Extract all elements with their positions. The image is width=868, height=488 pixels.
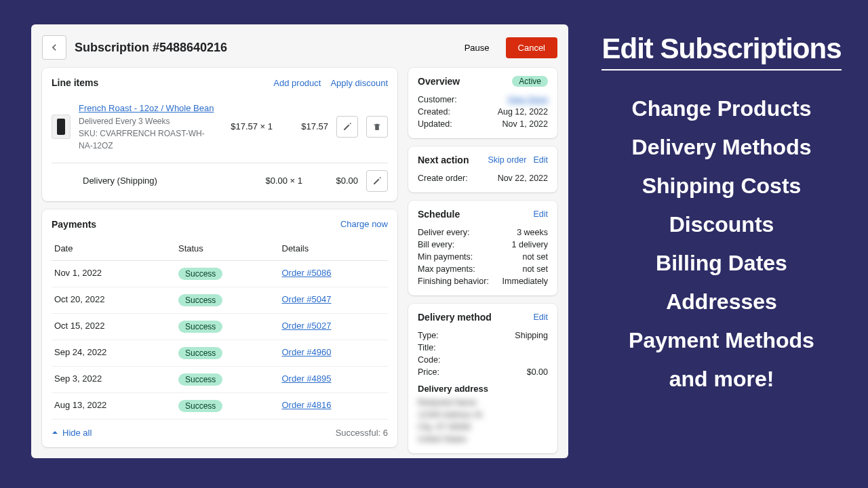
delivery-address-block: Redacted Name 12345 Address St City, ST … <box>418 396 548 445</box>
payment-row: Sep 24, 2022 Success Order #4960 <box>52 340 388 367</box>
payments-header-row: Date Status Details <box>52 237 388 261</box>
payment-status-badge: Success <box>178 373 222 386</box>
create-order-date: Nov 22, 2022 <box>498 174 548 183</box>
arrow-left-icon <box>49 42 60 53</box>
promo-line: and more! <box>589 367 854 392</box>
max-payments: not set <box>522 264 548 274</box>
delivery-frequency: Delivered Every 3 Weeks <box>79 117 170 126</box>
line-items-card: Line items Add product Apply discount Fr… <box>42 68 397 201</box>
schedule-title: Schedule <box>418 209 533 220</box>
payment-date: Nov 1, 2022 <box>54 268 178 280</box>
created-date: Aug 12, 2022 <box>498 107 548 117</box>
promo-line: Change Products <box>589 96 854 121</box>
overview-card: Overview Active Customer:View Store Crea… <box>408 68 557 138</box>
payment-row: Oct 20, 2022 Success Order #5047 <box>52 287 388 314</box>
product-thumbnail <box>52 115 71 139</box>
order-link[interactable]: Order #5047 <box>282 294 332 304</box>
hide-all-toggle[interactable]: Hide all <box>52 428 92 438</box>
delivery-address-title: Delivery address <box>418 384 548 394</box>
payment-date: Sep 24, 2022 <box>54 347 178 359</box>
page-title: Subscription #5488640216 <box>75 41 448 55</box>
status-badge: Active <box>512 76 548 87</box>
line-items-title: Line items <box>52 77 273 88</box>
payment-date: Sep 3, 2022 <box>54 373 178 386</box>
promo-line: Billing Dates <box>589 251 854 276</box>
delivery-method-title: Delivery method <box>418 312 533 323</box>
next-action-title: Next action <box>418 155 488 165</box>
back-button[interactable] <box>42 35 66 60</box>
add-product-link[interactable]: Add product <box>273 78 321 88</box>
order-link[interactable]: Order #5027 <box>282 321 332 331</box>
product-sku: SKU: CVARFRENCH ROAST-WH-NA-12OZ <box>79 129 205 150</box>
promo-sidebar: Edit Subscriptions Change ProductsDelive… <box>568 0 868 488</box>
promo-line: Addresses <box>589 289 854 314</box>
delivery-price-qty: $0.00 × 1 <box>255 176 302 186</box>
edit-delivery-method-link[interactable]: Edit <box>533 312 548 322</box>
payment-row: Aug 13, 2022 Success Order #4816 <box>52 393 388 420</box>
line-item-row: French Roast - 12oz / Whole Bean Deliver… <box>52 95 388 159</box>
payment-row: Oct 15, 2022 Success Order #5027 <box>52 314 388 340</box>
promo-line: Discounts <box>589 212 854 237</box>
payment-status-badge: Success <box>178 268 222 280</box>
order-link[interactable]: Order #4816 <box>282 400 332 410</box>
pencil-icon <box>372 176 382 186</box>
next-action-card: Next action Skip order Edit Create order… <box>408 146 557 192</box>
skip-order-link[interactable]: Skip order <box>488 155 526 165</box>
promo-line: Delivery Methods <box>589 135 854 160</box>
deliver-every: 3 weeks <box>517 228 548 237</box>
payment-status-badge: Success <box>178 321 222 333</box>
payment-date: Oct 15, 2022 <box>54 321 178 333</box>
delivery-total: $0.00 <box>311 176 358 186</box>
edit-schedule-link[interactable]: Edit <box>533 209 548 219</box>
finishing-behavior: Immediately <box>502 277 548 286</box>
delivery-label: Delivery (Shipping) <box>83 176 247 186</box>
payment-row: Sep 3, 2022 Success Order #4895 <box>52 367 388 393</box>
payments-title: Payments <box>52 219 340 230</box>
edit-item-button[interactable] <box>336 116 358 138</box>
page-header: Subscription #5488640216 Pause Cancel <box>42 33 557 68</box>
promo-line: Payment Methods <box>589 328 854 353</box>
order-link[interactable]: Order #4960 <box>282 347 332 357</box>
updated-date: Nov 1, 2022 <box>502 119 548 129</box>
customer-link[interactable]: View Store <box>507 95 548 104</box>
item-price-qty: $17.57 × 1 <box>225 121 273 131</box>
payment-row: Nov 1, 2022 Success Order #5086 <box>52 261 388 287</box>
payment-status-badge: Success <box>178 400 222 412</box>
charge-now-link[interactable]: Charge now <box>340 219 388 229</box>
apply-discount-link[interactable]: Apply discount <box>330 78 388 88</box>
payment-status-badge: Success <box>178 347 222 359</box>
overview-title: Overview <box>418 76 512 87</box>
payment-date: Oct 20, 2022 <box>54 294 178 306</box>
bill-every: 1 delivery <box>512 240 549 249</box>
schedule-card: Schedule Edit Deliver every:3 weeks Bill… <box>408 201 557 296</box>
successful-count: Successful: 6 <box>336 428 388 438</box>
item-total: $17.57 <box>281 121 328 131</box>
pause-button[interactable]: Pause <box>456 37 498 58</box>
min-payments: not set <box>522 252 548 262</box>
promo-heading: Edit Subscriptions <box>601 33 841 70</box>
edit-next-action-link[interactable]: Edit <box>533 155 548 165</box>
col-details: Details <box>282 243 386 253</box>
edit-delivery-button[interactable] <box>366 170 388 192</box>
delivery-price: $0.00 <box>527 367 548 377</box>
caret-up-icon <box>52 429 58 436</box>
delete-item-button[interactable] <box>366 116 388 138</box>
order-link[interactable]: Order #5086 <box>282 268 332 278</box>
col-date: Date <box>54 243 178 253</box>
product-link[interactable]: French Roast - 12oz / Whole Bean <box>79 103 214 113</box>
col-status: Status <box>178 243 282 253</box>
payment-date: Aug 13, 2022 <box>54 400 178 412</box>
cancel-button[interactable]: Cancel <box>506 37 557 58</box>
subscription-panel: Subscription #5488640216 Pause Cancel Li… <box>31 24 568 458</box>
pencil-icon <box>342 122 352 131</box>
promo-line: Shipping Costs <box>589 174 854 199</box>
delivery-method-card: Delivery method Edit Type:Shipping Title… <box>408 304 557 453</box>
delivery-row: Delivery (Shipping) $0.00 × 1 $0.00 <box>52 163 388 192</box>
delivery-type: Shipping <box>515 331 548 340</box>
trash-icon <box>372 122 382 131</box>
order-link[interactable]: Order #4895 <box>282 373 332 384</box>
payment-status-badge: Success <box>178 294 222 306</box>
payments-card: Payments Charge now Date Status Details … <box>42 209 397 447</box>
